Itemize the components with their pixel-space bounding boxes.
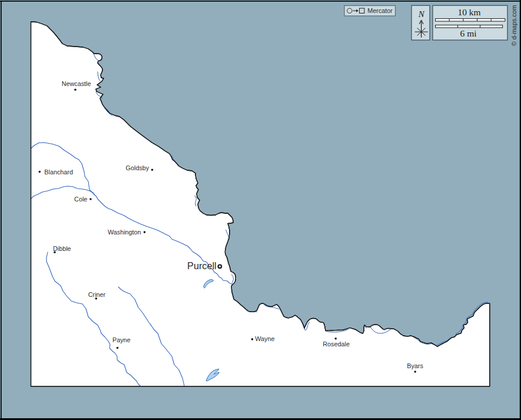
svg-text:Purcell: Purcell <box>187 260 216 271</box>
svg-text:Goldsby: Goldsby <box>126 164 150 171</box>
svg-text:Dibble: Dibble <box>53 245 71 252</box>
svg-text:Blanchard: Blanchard <box>44 168 73 176</box>
svg-text:10 km: 10 km <box>457 7 480 17</box>
svg-text:6 mi: 6 mi <box>460 28 477 38</box>
svg-text:Byars: Byars <box>407 362 423 369</box>
svg-text:Newcastle: Newcastle <box>62 80 91 87</box>
svg-text:Payne: Payne <box>112 336 131 343</box>
svg-text:Mercator: Mercator <box>367 7 393 14</box>
svg-text:Wayne: Wayne <box>255 335 274 342</box>
svg-text:Rosedale: Rosedale <box>323 340 350 348</box>
svg-text:Cole: Cole <box>74 196 87 203</box>
svg-text:© d-maps.com: © d-maps.com <box>510 5 517 46</box>
svg-text:Criner: Criner <box>88 291 106 298</box>
svg-text:Washington: Washington <box>108 229 141 236</box>
svg-text:N: N <box>418 9 425 19</box>
